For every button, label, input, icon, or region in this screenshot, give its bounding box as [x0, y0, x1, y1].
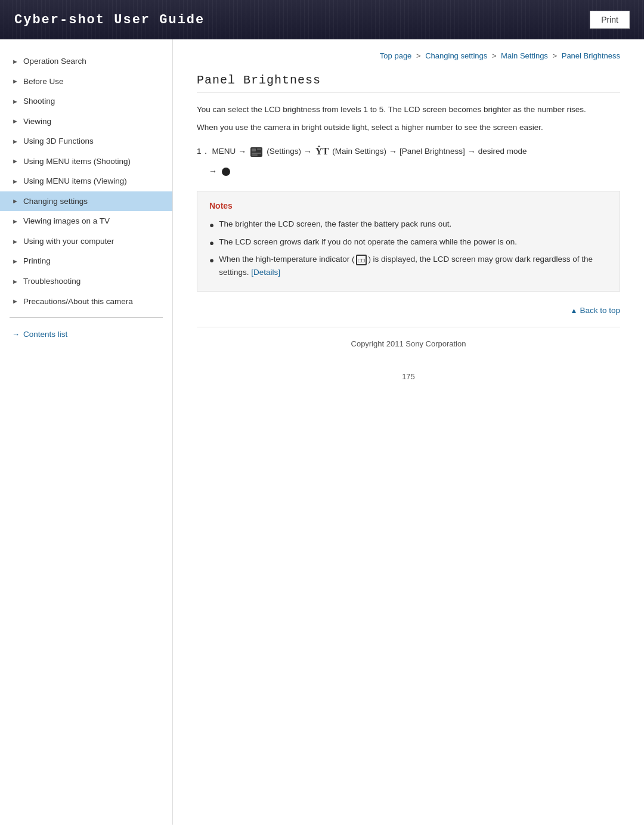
- print-button[interactable]: Print: [590, 11, 630, 29]
- note-item-2: ● The LCD screen grows dark if you do no…: [209, 234, 608, 252]
- arrow-icon: ►: [12, 297, 18, 305]
- app-title: Cyber-shot User Guide: [14, 13, 205, 27]
- sidebar-label-viewing: Viewing: [23, 116, 51, 127]
- arrow-icon: ►: [12, 77, 18, 85]
- sidebar-label-precautions: Precautions/About this camera: [23, 296, 133, 307]
- step-line: 1． MENU → (Settings) → ŶΤ (: [197, 143, 620, 160]
- notes-list: ● The brighter the LCD screen, the faste…: [209, 216, 608, 281]
- sidebar-divider: [10, 317, 163, 318]
- note-item-1: ● The brighter the LCD screen, the faste…: [209, 216, 608, 234]
- sidebar: ► Operation Search ► Before Use ► Shooti…: [0, 39, 173, 825]
- step-result-line: →: [197, 164, 620, 179]
- step-menu: MENU: [212, 144, 236, 159]
- breadcrumb-top-page[interactable]: Top page: [380, 51, 412, 60]
- note-text-2: The LCD screen grows dark if you do not …: [219, 236, 608, 249]
- arrow-sym-1: →: [238, 144, 246, 159]
- note-3-prefix: When the high-temperature indicator (: [219, 255, 354, 264]
- arrow-icon: ►: [12, 137, 18, 145]
- settings-icon: [250, 147, 263, 157]
- contents-list-arrow-icon: →: [12, 330, 20, 339]
- content-section: You can select the LCD brightness from l…: [197, 103, 620, 315]
- details-link[interactable]: [Details]: [251, 268, 280, 277]
- sidebar-item-printing[interactable]: ► Printing: [0, 251, 172, 271]
- sidebar-item-menu-viewing[interactable]: ► Using MENU items (Viewing): [0, 171, 172, 191]
- arrow-sym-2: →: [304, 144, 312, 159]
- sidebar-item-viewing-tv[interactable]: ► Viewing images on a TV: [0, 211, 172, 231]
- back-to-top: ▲Back to top: [197, 306, 620, 315]
- high-temp-icon: □□: [356, 255, 367, 265]
- back-to-top-triangle-icon: ▲: [571, 306, 578, 315]
- notes-box: Notes ● The brighter the LCD screen, the…: [197, 191, 620, 291]
- step-settings-label: (Settings): [267, 144, 301, 159]
- step-number: 1．: [197, 144, 210, 159]
- sidebar-item-troubleshooting[interactable]: ► Troubleshooting: [0, 271, 172, 292]
- note-item-3: ● When the high-temperature indicator (□…: [209, 252, 608, 281]
- sidebar-item-before-use[interactable]: ► Before Use: [0, 72, 172, 92]
- breadcrumb-main-settings[interactable]: Main Settings: [501, 51, 548, 60]
- header: Cyber-shot User Guide Print: [0, 0, 644, 39]
- arrow-sym-3: →: [389, 144, 397, 159]
- breadcrumb-separator: >: [416, 51, 423, 60]
- sidebar-label-viewing-tv: Viewing images on a TV: [23, 216, 110, 227]
- sidebar-label-changing-settings: Changing settings: [23, 196, 88, 207]
- breadcrumb-panel-brightness[interactable]: Panel Brightness: [562, 51, 620, 60]
- breadcrumb-changing-settings[interactable]: Changing settings: [425, 51, 487, 60]
- arrow-icon: ►: [12, 157, 18, 165]
- arrow-icon: ►: [12, 97, 18, 106]
- breadcrumb: Top page > Changing settings > Main Sett…: [197, 51, 620, 60]
- svg-rect-4: [252, 154, 258, 156]
- arrow-icon: ►: [12, 237, 18, 246]
- page-number: 175: [197, 360, 620, 393]
- notes-title: Notes: [209, 201, 608, 210]
- breadcrumb-separator: >: [492, 51, 499, 60]
- arrow-sym-4: →: [467, 144, 476, 159]
- copyright-text: Copyright 2011 Sony Corporation: [351, 339, 466, 348]
- sidebar-item-shooting[interactable]: ► Shooting: [0, 91, 172, 112]
- note-text-1: The brighter the LCD screen, the faster …: [219, 218, 608, 231]
- footer: Copyright 2011 Sony Corporation: [197, 327, 620, 360]
- page-title: Panel Brightness: [197, 73, 620, 92]
- sidebar-item-computer[interactable]: ► Using with your computer: [0, 231, 172, 252]
- sidebar-label-menu-viewing: Using MENU items (Viewing): [23, 176, 127, 187]
- sidebar-label-3d: Using 3D Functions: [23, 136, 94, 147]
- sidebar-label-troubleshooting: Troubleshooting: [23, 276, 80, 287]
- main-content: Top page > Changing settings > Main Sett…: [173, 39, 644, 825]
- arrow-icon: ►: [12, 197, 18, 205]
- content-para-1: You can select the LCD brightness from l…: [197, 103, 620, 116]
- contents-list-label: Contents list: [23, 330, 67, 339]
- sidebar-item-changing-settings[interactable]: ► Changing settings: [0, 191, 172, 212]
- main-settings-icon: ŶΤ: [315, 143, 329, 160]
- arrow-sym-5: →: [209, 164, 217, 179]
- step-panel-brightness: [Panel Brightness]: [400, 144, 465, 159]
- arrow-icon: ►: [12, 257, 18, 265]
- sidebar-item-menu-shooting[interactable]: ► Using MENU items (Shooting): [0, 151, 172, 172]
- arrow-icon: ►: [12, 217, 18, 225]
- svg-rect-1: [252, 148, 256, 151]
- sidebar-label-shooting: Shooting: [23, 96, 55, 107]
- arrow-icon: ►: [12, 177, 18, 185]
- arrow-icon: ►: [12, 117, 18, 125]
- note-text-3: When the high-temperature indicator (□□)…: [219, 253, 608, 278]
- sidebar-item-operation-search[interactable]: ► Operation Search: [0, 51, 172, 72]
- sidebar-item-viewing[interactable]: ► Viewing: [0, 112, 172, 132]
- sidebar-item-3d-functions[interactable]: ► Using 3D Functions: [0, 131, 172, 151]
- breadcrumb-separator: >: [553, 51, 559, 60]
- step-desired: desired mode: [478, 144, 527, 159]
- svg-rect-3: [252, 153, 261, 154]
- bullet-icon-3: ●: [209, 254, 214, 267]
- bullet-icon-1: ●: [209, 219, 214, 232]
- content-para-2: When you use the camera in bright outsid…: [197, 121, 620, 134]
- back-to-top-link[interactable]: ▲Back to top: [571, 306, 620, 315]
- step-1: 1． MENU → (Settings) → ŶΤ (: [197, 143, 620, 179]
- sidebar-label-operation-search: Operation Search: [23, 56, 86, 67]
- svg-rect-2: [257, 148, 261, 150]
- contents-list-link[interactable]: → Contents list: [0, 324, 172, 341]
- arrow-icon: ►: [12, 277, 18, 286]
- sidebar-label-before-use: Before Use: [23, 76, 64, 87]
- arrow-icon: ►: [12, 57, 18, 66]
- back-to-top-label: Back to top: [580, 306, 620, 315]
- page-layout: ► Operation Search ► Before Use ► Shooti…: [0, 39, 644, 825]
- step-main-settings-label: (Main Settings): [332, 144, 386, 159]
- sidebar-label-computer: Using with your computer: [23, 236, 114, 247]
- sidebar-item-precautions[interactable]: ► Precautions/About this camera: [0, 292, 172, 312]
